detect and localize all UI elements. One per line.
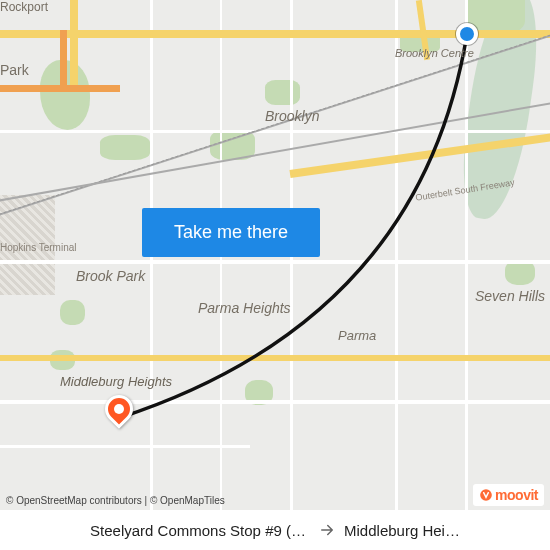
take-me-there-button[interactable]: Take me there	[142, 208, 320, 257]
road	[465, 0, 468, 510]
park-shape	[265, 80, 300, 105]
origin-marker[interactable]	[456, 23, 478, 45]
park-shape	[100, 135, 150, 160]
map-viewport[interactable]: Take me there Rockport Park Brooklyn Bro…	[0, 0, 550, 510]
highway-ramp	[60, 30, 67, 90]
route-summary-bar: Steelyard Commons Stop #9 (T… Middleburg…	[0, 510, 550, 550]
route-from-label: Steelyard Commons Stop #9 (T…	[90, 522, 310, 539]
road	[395, 0, 398, 510]
route-to-label: Middleburg Hei…	[344, 522, 460, 539]
moovit-logo[interactable]: moovit	[473, 484, 544, 506]
road	[0, 445, 250, 448]
highway	[70, 0, 78, 90]
destination-marker[interactable]	[105, 395, 133, 423]
map-attribution: © OpenStreetMap contributors | © OpenMap…	[6, 495, 225, 506]
moovit-icon	[479, 488, 493, 502]
svg-point-0	[480, 489, 492, 501]
arrow-right-icon	[318, 521, 336, 539]
highway	[0, 355, 550, 361]
moovit-label: moovit	[495, 487, 538, 503]
pin-icon	[99, 389, 139, 429]
park-shape	[60, 300, 85, 325]
